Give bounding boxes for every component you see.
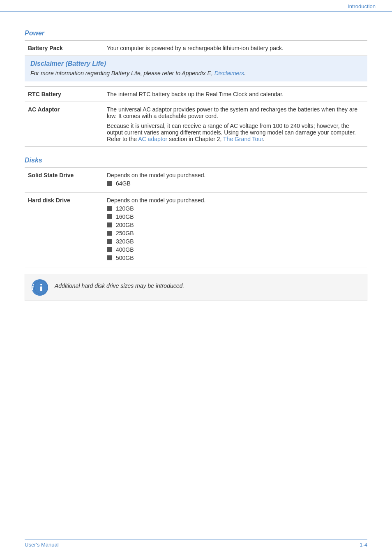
hdd-bullet-2: 160GB bbox=[116, 213, 134, 220]
bullet-icon bbox=[107, 222, 112, 227]
disclaimers-link[interactable]: Disclaimers bbox=[214, 70, 244, 76]
ac-adaptor-label: AC Adaptor bbox=[25, 102, 99, 147]
table-row: AC Adaptor The universal AC adaptor prov… bbox=[25, 102, 367, 147]
ssd-intro: Depends on the model you purchased. bbox=[107, 172, 364, 178]
ac-adaptor-para2: Because it is universal, it can receive … bbox=[107, 123, 364, 142]
info-icon bbox=[32, 279, 48, 296]
list-item: 320GB bbox=[107, 238, 364, 245]
list-item: 400GB bbox=[107, 246, 364, 253]
table-row: Hard disk Drive Depends on the model you… bbox=[25, 193, 367, 267]
ac-adaptor-text-mid: section in Chapter 2, bbox=[167, 136, 223, 142]
ac-adaptor-para1: The universal AC adaptor provides power … bbox=[107, 106, 364, 119]
disclaimer-box: Disclaimer (Battery Life) For more infor… bbox=[25, 56, 367, 81]
list-item: 64GB bbox=[107, 180, 364, 187]
bullet-icon bbox=[107, 231, 112, 236]
ssd-label: Solid State Drive bbox=[25, 168, 99, 193]
hdd-bullet-6: 400GB bbox=[116, 246, 134, 253]
grand-tour-link[interactable]: The Grand Tour bbox=[223, 136, 263, 142]
disclaimer-heading: Disclaimer (Battery Life) bbox=[30, 60, 362, 67]
power-section-heading: Power bbox=[25, 30, 367, 37]
ac-adaptor-value: The universal AC adaptor provides power … bbox=[99, 102, 367, 147]
power2-table: RTC Battery The internal RTC battery bac… bbox=[25, 86, 367, 147]
bullet-icon bbox=[107, 181, 112, 186]
bullet-icon bbox=[107, 206, 112, 211]
battery-pack-value: Your computer is powered by a rechargeab… bbox=[99, 41, 367, 56]
disclaimer-text-before: For more information regarding Battery L… bbox=[30, 70, 214, 76]
table-row: Solid State Drive Depends on the model y… bbox=[25, 168, 367, 193]
hdd-bullet-3: 200GB bbox=[116, 222, 134, 228]
ac-adaptor-link[interactable]: AC adaptor bbox=[138, 136, 167, 142]
ssd-bullet-1: 64GB bbox=[116, 180, 131, 187]
bullet-icon bbox=[107, 239, 112, 244]
bullet-icon bbox=[107, 255, 112, 260]
svg-point-1 bbox=[40, 284, 42, 285]
ssd-value: Depends on the model you purchased. 64GB bbox=[99, 168, 367, 193]
rtc-battery-value: The internal RTC battery backs up the Re… bbox=[99, 87, 367, 102]
hdd-intro: Depends on the model you purchased. bbox=[107, 197, 364, 204]
table-row: RTC Battery The internal RTC battery bac… bbox=[25, 87, 367, 102]
hdd-bullet-5: 320GB bbox=[116, 238, 134, 245]
note-box: Additional hard disk drive sizes may be … bbox=[25, 274, 367, 301]
bullet-icon bbox=[107, 247, 112, 252]
hdd-bullet-1: 120GB bbox=[116, 205, 134, 212]
bullet-icon bbox=[107, 214, 112, 219]
ac-adaptor-text-after: . bbox=[263, 136, 265, 142]
note-text: Additional hard disk drive sizes may be … bbox=[55, 279, 184, 289]
list-item: 200GB bbox=[107, 222, 364, 228]
list-item: 160GB bbox=[107, 213, 364, 220]
footer-left: User's Manual bbox=[25, 542, 59, 548]
main-content: Power Battery Pack Your computer is powe… bbox=[0, 12, 392, 317]
footer-right: 1-4 bbox=[360, 542, 367, 548]
hdd-label: Hard disk Drive bbox=[25, 193, 99, 267]
hdd-bullet-4: 250GB bbox=[116, 230, 134, 236]
hdd-bullet-7: 500GB bbox=[116, 255, 134, 261]
hdd-value: Depends on the model you purchased. 120G… bbox=[99, 193, 367, 267]
header-title: Introduction bbox=[348, 3, 376, 9]
svg-rect-2 bbox=[40, 286, 42, 291]
rtc-battery-label: RTC Battery bbox=[25, 87, 99, 102]
list-item: 120GB bbox=[107, 205, 364, 212]
page-header: Introduction bbox=[0, 0, 392, 12]
table-row: Battery Pack Your computer is powered by… bbox=[25, 41, 367, 56]
battery-pack-label: Battery Pack bbox=[25, 41, 99, 56]
list-item: 500GB bbox=[107, 255, 364, 261]
page-footer: User's Manual 1-4 bbox=[25, 540, 367, 548]
list-item: 250GB bbox=[107, 230, 364, 236]
disks-table: Solid State Drive Depends on the model y… bbox=[25, 167, 367, 267]
disclaimer-text: For more information regarding Battery L… bbox=[30, 70, 362, 76]
disclaimer-text-after: . bbox=[244, 70, 246, 76]
power-table: Battery Pack Your computer is powered by… bbox=[25, 40, 367, 56]
disks-section-heading: Disks bbox=[25, 157, 367, 164]
